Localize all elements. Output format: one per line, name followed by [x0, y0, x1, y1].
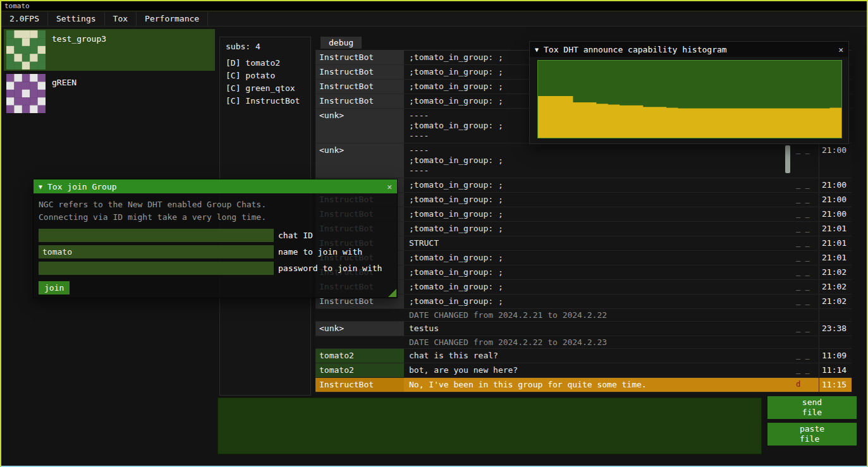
- message-text: ;tomato_in_group: ;: [404, 193, 795, 207]
- message-sender: InstructBot: [315, 65, 404, 79]
- message-time: 21:00: [819, 143, 852, 178]
- system-row[interactable]: DATE CHANGED from 2024.2.21 to 2024.2.22: [315, 309, 852, 322]
- message-sender: [315, 336, 404, 348]
- close-icon[interactable]: ✕: [838, 45, 843, 54]
- message-marks: [795, 336, 819, 348]
- message-marks: _ _: [795, 294, 819, 308]
- message-sender: [315, 309, 404, 321]
- close-icon[interactable]: ✕: [387, 182, 392, 191]
- message-text: ;tomato_in_group: ;: [404, 178, 795, 192]
- chat-id-input[interactable]: [39, 229, 274, 242]
- join-field-label: name to join with: [278, 247, 362, 257]
- join-field-row: password to join with: [39, 262, 392, 275]
- message-text: ;tomato_in_group: ;: [404, 207, 795, 221]
- message-marks: _ _: [795, 236, 819, 250]
- group-list: test_group3gREEN: [1, 27, 216, 134]
- send-file-button[interactable]: send file: [767, 396, 857, 419]
- message-text: chat is this real?: [404, 349, 795, 363]
- message-time: 21:01: [819, 222, 852, 236]
- menu-item-tox[interactable]: Tox: [105, 12, 137, 26]
- message-row[interactable]: <unk>testus_ _23:38: [315, 322, 852, 336]
- message-text: ;tomato_in_group: ;: [404, 222, 795, 236]
- join-window-titlebar[interactable]: ▼ Tox join Group ✕: [34, 179, 397, 193]
- paste-file-button[interactable]: paste file: [767, 423, 857, 446]
- histogram-plot: [537, 60, 842, 138]
- join-button[interactable]: join: [39, 281, 70, 294]
- collapse-arrow-icon[interactable]: ▼: [535, 46, 539, 53]
- join-name-input[interactable]: tomato: [39, 245, 274, 258]
- message-sender: <unk>: [315, 322, 404, 336]
- message-marks: _ _: [795, 143, 819, 178]
- message-row[interactable]: tomato2chat is this real?_ _11:09: [315, 349, 852, 363]
- message-marks: [795, 309, 819, 321]
- join-info-text: NGC refers to the New DHT enabled Group …: [39, 198, 392, 224]
- message-text: DATE CHANGED from 2024.2.21 to 2024.2.22: [404, 309, 795, 321]
- subs-list-item[interactable]: [C] green_qtox: [226, 82, 305, 95]
- message-sender: tomato2: [315, 363, 404, 377]
- subs-list-item[interactable]: [C] potato: [226, 70, 305, 82]
- message-sender: <unk>: [315, 109, 404, 143]
- message-row[interactable]: InstructBotNo, I've been in this group f…: [315, 378, 852, 392]
- message-text: testus: [404, 322, 795, 336]
- message-marks: _ _: [795, 363, 819, 377]
- menu-item-2.0fps: 2.0FPS: [1, 12, 48, 26]
- window-title: tomato: [4, 2, 30, 10]
- histogram-window-title: Tox DHT announce capability histogram: [544, 45, 727, 54]
- resize-grip-icon[interactable]: [388, 289, 396, 297]
- message-text: ;tomato_in_group: ;: [404, 280, 795, 294]
- paste-file-label: paste file: [800, 424, 824, 444]
- group-item-test_group3[interactable]: test_group3: [4, 29, 215, 71]
- message-time: [819, 309, 852, 321]
- message-marks: d: [795, 378, 819, 392]
- message-marks: _ _: [795, 349, 819, 363]
- message-time: 11:15: [819, 378, 852, 392]
- message-row[interactable]: <unk>----;tomato_in_group: ;----_ _21:00: [315, 143, 852, 178]
- message-marks: _ _: [795, 251, 819, 265]
- menu-item-settings[interactable]: Settings: [48, 12, 105, 26]
- message-time: 21:01: [819, 236, 852, 250]
- group-name: gREEN: [52, 78, 76, 113]
- message-input[interactable]: [217, 397, 762, 454]
- message-sender: <unk>: [315, 143, 404, 178]
- message-time: 21:00: [819, 207, 852, 221]
- message-time: 21:02: [819, 265, 852, 279]
- join-field-row: tomatoname to join with: [39, 245, 392, 258]
- message-time: 23:38: [819, 322, 852, 336]
- group-avatar: [6, 74, 46, 113]
- message-sender: InstructBot: [315, 94, 404, 108]
- join-password-input[interactable]: [39, 262, 274, 275]
- menu-item-performance[interactable]: Performance: [137, 12, 208, 26]
- message-time: 21:01: [819, 251, 852, 265]
- tab-debug[interactable]: debug: [321, 37, 362, 49]
- join-group-window: ▼ Tox join Group ✕ NGC refers to the New…: [33, 179, 398, 298]
- message-sender: InstructBot: [315, 80, 404, 94]
- message-time: 21:00: [819, 193, 852, 207]
- chat-scrollbar[interactable]: [785, 145, 790, 173]
- message-marks: _ _: [795, 280, 819, 294]
- message-row[interactable]: tomato2bot, are you new here?_ _11:14: [315, 363, 852, 378]
- message-text: DATE CHANGED from 2024.2.22 to 2024.2.23: [404, 336, 795, 348]
- group-item-gREEN[interactable]: gREEN: [4, 73, 215, 114]
- message-marks: _ _: [795, 322, 819, 336]
- message-text: ;tomato_in_group: ;: [404, 265, 795, 279]
- message-text: No, I've been in this group for quite so…: [404, 378, 795, 392]
- message-text: ----;tomato_in_group: ;----: [404, 143, 795, 178]
- message-marks: _ _: [795, 222, 819, 236]
- subs-list-item[interactable]: [D] tomato2: [226, 57, 305, 70]
- subs-list-item[interactable]: [C] InstructBot: [226, 95, 305, 107]
- collapse-arrow-icon[interactable]: ▼: [39, 183, 42, 190]
- message-time: 11:14: [819, 363, 852, 377]
- system-row[interactable]: DATE CHANGED from 2024.2.22 to 2024.2.23: [315, 336, 852, 349]
- message-marks: _ _: [795, 207, 819, 221]
- menu-bar: 2.0FPSSettingsToxPerformance: [1, 12, 867, 27]
- join-field-label: password to join with: [278, 264, 382, 273]
- message-marks: _ _: [795, 265, 819, 279]
- join-fields: chat IDtomatoname to join withpassword t…: [39, 229, 392, 275]
- message-text: ;tomato_in_group: ;: [404, 294, 795, 308]
- message-time: 21:02: [819, 294, 852, 308]
- join-info-line: NGC refers to the New DHT enabled Group …: [39, 198, 392, 211]
- histogram-window-titlebar[interactable]: ▼ Tox DHT announce capability histogram …: [530, 42, 848, 57]
- message-time: 21:02: [819, 280, 852, 294]
- histogram-window: ▼ Tox DHT announce capability histogram …: [529, 41, 849, 144]
- window-titlebar[interactable]: tomato: [1, 1, 867, 11]
